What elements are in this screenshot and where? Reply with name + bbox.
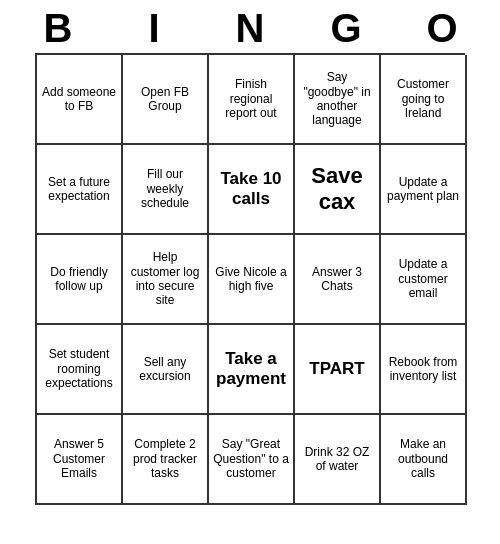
bingo-grid: Add someone to FBOpen FB GroupFinish reg… bbox=[35, 53, 465, 505]
cell-r4-c4: Make an outbound calls bbox=[381, 415, 467, 505]
cell-r1-c4: Update a payment plan bbox=[381, 145, 467, 235]
bingo-letter-n: N bbox=[207, 6, 293, 51]
cell-r0-c4: Customer going to Ireland bbox=[381, 55, 467, 145]
cell-r2-c2: Give Nicole a high five bbox=[209, 235, 295, 325]
cell-r3-c1: Sell any excursion bbox=[123, 325, 209, 415]
cell-r3-c0: Set student rooming expectations bbox=[37, 325, 123, 415]
cell-r0-c2: Finish regional report out bbox=[209, 55, 295, 145]
cell-r1-c2: Take 10 calls bbox=[209, 145, 295, 235]
cell-r2-c3: Answer 3 Chats bbox=[295, 235, 381, 325]
cell-r0-c3: Say "goodbye" in another language bbox=[295, 55, 381, 145]
cell-r0-c1: Open FB Group bbox=[123, 55, 209, 145]
cell-r2-c0: Do friendly follow up bbox=[37, 235, 123, 325]
bingo-letter-b: B bbox=[15, 6, 101, 51]
cell-r0-c0: Add someone to FB bbox=[37, 55, 123, 145]
cell-r1-c0: Set a future expectation bbox=[37, 145, 123, 235]
cell-r4-c1: Complete 2 prod tracker tasks bbox=[123, 415, 209, 505]
cell-r4-c0: Answer 5 Customer Emails bbox=[37, 415, 123, 505]
cell-r3-c2: Take a payment bbox=[209, 325, 295, 415]
bingo-letter-i: I bbox=[111, 6, 197, 51]
bingo-letter-g: G bbox=[303, 6, 389, 51]
cell-r3-c3: TPART bbox=[295, 325, 381, 415]
cell-r1-c3: Save cax bbox=[295, 145, 381, 235]
bingo-header: BINGO bbox=[10, 0, 490, 53]
cell-r2-c1: Help customer log into secure site bbox=[123, 235, 209, 325]
bingo-letter-o: O bbox=[399, 6, 485, 51]
cell-r4-c3: Drink 32 OZ of water bbox=[295, 415, 381, 505]
cell-r4-c2: Say "Great Question" to a customer bbox=[209, 415, 295, 505]
cell-r3-c4: Rebook from inventory list bbox=[381, 325, 467, 415]
cell-r1-c1: Fill our weekly schedule bbox=[123, 145, 209, 235]
cell-r2-c4: Update a customer email bbox=[381, 235, 467, 325]
